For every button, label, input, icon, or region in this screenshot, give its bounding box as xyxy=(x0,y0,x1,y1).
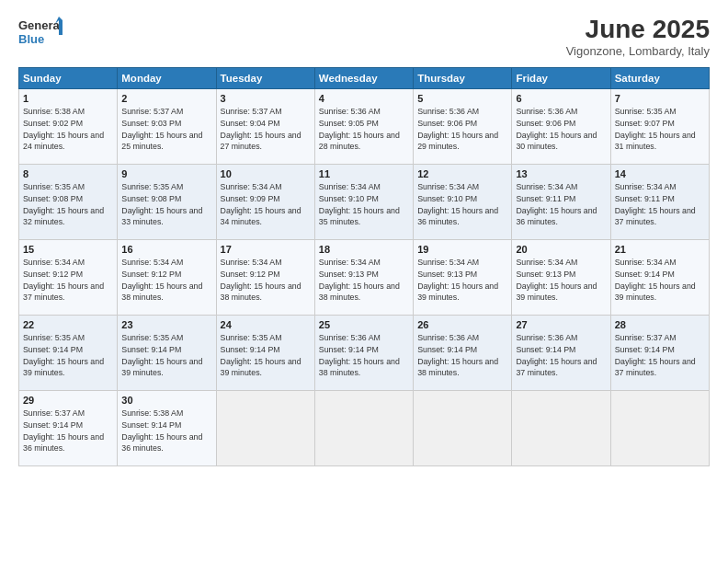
table-row xyxy=(512,391,610,466)
col-wednesday: Wednesday xyxy=(314,68,413,89)
calendar-week-row: 29 Sunrise: 5:37 AMSunset: 9:14 PMDaylig… xyxy=(19,391,710,466)
day-number: 26 xyxy=(417,319,507,330)
day-detail: Sunrise: 5:34 AMSunset: 9:10 PMDaylight:… xyxy=(319,182,400,226)
day-number: 11 xyxy=(319,168,409,179)
day-number: 16 xyxy=(121,244,211,255)
day-number: 23 xyxy=(121,319,211,330)
day-detail: Sunrise: 5:36 AMSunset: 9:06 PMDaylight:… xyxy=(516,107,597,151)
day-detail: Sunrise: 5:36 AMSunset: 9:14 PMDaylight:… xyxy=(516,333,597,377)
day-detail: Sunrise: 5:35 AMSunset: 9:08 PMDaylight:… xyxy=(23,182,104,226)
day-detail: Sunrise: 5:34 AMSunset: 9:14 PMDaylight:… xyxy=(615,258,696,302)
day-number: 5 xyxy=(417,93,507,104)
calendar-week-row: 1 Sunrise: 5:38 AMSunset: 9:02 PMDayligh… xyxy=(19,89,710,165)
table-row: 19 Sunrise: 5:34 AMSunset: 9:13 PMDaylig… xyxy=(414,240,512,316)
day-number: 28 xyxy=(615,319,705,330)
page-header: General Blue June 2025 Vigonzone, Lombar… xyxy=(18,15,710,58)
day-number: 14 xyxy=(615,168,705,179)
day-detail: Sunrise: 5:34 AMSunset: 9:12 PMDaylight:… xyxy=(23,258,104,302)
day-detail: Sunrise: 5:34 AMSunset: 9:13 PMDaylight:… xyxy=(417,258,498,302)
day-number: 1 xyxy=(23,93,113,104)
table-row xyxy=(610,391,709,466)
table-row: 25 Sunrise: 5:36 AMSunset: 9:14 PMDaylig… xyxy=(314,316,413,391)
day-detail: Sunrise: 5:37 AMSunset: 9:14 PMDaylight:… xyxy=(23,408,104,453)
day-number: 13 xyxy=(516,168,606,179)
table-row: 5 Sunrise: 5:36 AMSunset: 9:06 PMDayligh… xyxy=(414,89,512,165)
day-number: 29 xyxy=(23,395,113,406)
table-row: 27 Sunrise: 5:36 AMSunset: 9:14 PMDaylig… xyxy=(512,316,610,391)
day-detail: Sunrise: 5:34 AMSunset: 9:12 PMDaylight:… xyxy=(121,258,202,302)
table-row: 17 Sunrise: 5:34 AMSunset: 9:12 PMDaylig… xyxy=(216,240,314,316)
table-row: 18 Sunrise: 5:34 AMSunset: 9:13 PMDaylig… xyxy=(314,240,413,316)
table-row: 30 Sunrise: 5:38 AMSunset: 9:14 PMDaylig… xyxy=(118,391,216,466)
col-thursday: Thursday xyxy=(414,68,512,89)
day-detail: Sunrise: 5:38 AMSunset: 9:02 PMDaylight:… xyxy=(23,107,104,151)
day-number: 22 xyxy=(23,319,113,330)
day-detail: Sunrise: 5:34 AMSunset: 9:10 PMDaylight:… xyxy=(417,182,498,226)
title-block: June 2025 Vigonzone, Lombardy, Italy xyxy=(566,15,710,58)
table-row: 15 Sunrise: 5:34 AMSunset: 9:12 PMDaylig… xyxy=(19,240,118,316)
table-row: 9 Sunrise: 5:35 AMSunset: 9:08 PMDayligh… xyxy=(118,165,216,240)
calendar-table: Sunday Monday Tuesday Wednesday Thursday… xyxy=(18,67,710,466)
table-row: 10 Sunrise: 5:34 AMSunset: 9:09 PMDaylig… xyxy=(216,165,314,240)
day-detail: Sunrise: 5:38 AMSunset: 9:14 PMDaylight:… xyxy=(121,408,202,453)
col-tuesday: Tuesday xyxy=(216,68,314,89)
table-row: 16 Sunrise: 5:34 AMSunset: 9:12 PMDaylig… xyxy=(118,240,216,316)
table-row: 12 Sunrise: 5:34 AMSunset: 9:10 PMDaylig… xyxy=(414,165,512,240)
day-detail: Sunrise: 5:35 AMSunset: 9:07 PMDaylight:… xyxy=(615,107,696,151)
table-row: 14 Sunrise: 5:34 AMSunset: 9:11 PMDaylig… xyxy=(610,165,709,240)
day-number: 15 xyxy=(23,244,113,255)
col-friday: Friday xyxy=(512,68,610,89)
day-number: 9 xyxy=(121,168,211,179)
table-row xyxy=(314,391,413,466)
table-row: 11 Sunrise: 5:34 AMSunset: 9:10 PMDaylig… xyxy=(314,165,413,240)
table-row: 4 Sunrise: 5:36 AMSunset: 9:05 PMDayligh… xyxy=(314,89,413,165)
day-detail: Sunrise: 5:35 AMSunset: 9:14 PMDaylight:… xyxy=(121,333,202,377)
day-number: 6 xyxy=(516,93,606,104)
day-detail: Sunrise: 5:36 AMSunset: 9:14 PMDaylight:… xyxy=(417,333,498,377)
calendar-week-row: 15 Sunrise: 5:34 AMSunset: 9:12 PMDaylig… xyxy=(19,240,710,316)
day-number: 20 xyxy=(516,244,606,255)
day-detail: Sunrise: 5:36 AMSunset: 9:06 PMDaylight:… xyxy=(417,107,498,151)
day-detail: Sunrise: 5:36 AMSunset: 9:14 PMDaylight:… xyxy=(319,333,400,377)
day-number: 17 xyxy=(221,244,311,255)
day-number: 7 xyxy=(615,93,705,104)
svg-text:General: General xyxy=(18,18,63,32)
table-row xyxy=(216,391,314,466)
location-subtitle: Vigonzone, Lombardy, Italy xyxy=(566,44,710,58)
day-detail: Sunrise: 5:34 AMSunset: 9:11 PMDaylight:… xyxy=(516,182,597,226)
table-row: 2 Sunrise: 5:37 AMSunset: 9:03 PMDayligh… xyxy=(118,89,216,165)
logo: General Blue xyxy=(18,15,66,50)
day-detail: Sunrise: 5:37 AMSunset: 9:14 PMDaylight:… xyxy=(615,333,696,377)
day-number: 30 xyxy=(121,395,211,406)
day-number: 18 xyxy=(319,244,409,255)
table-row: 28 Sunrise: 5:37 AMSunset: 9:14 PMDaylig… xyxy=(610,316,709,391)
calendar-week-row: 22 Sunrise: 5:35 AMSunset: 9:14 PMDaylig… xyxy=(19,316,710,391)
calendar-header-row: Sunday Monday Tuesday Wednesday Thursday… xyxy=(19,68,710,89)
table-row: 23 Sunrise: 5:35 AMSunset: 9:14 PMDaylig… xyxy=(118,316,216,391)
day-detail: Sunrise: 5:34 AMSunset: 9:13 PMDaylight:… xyxy=(516,258,597,302)
day-number: 8 xyxy=(23,168,113,179)
table-row: 20 Sunrise: 5:34 AMSunset: 9:13 PMDaylig… xyxy=(512,240,610,316)
col-saturday: Saturday xyxy=(610,68,709,89)
table-row: 22 Sunrise: 5:35 AMSunset: 9:14 PMDaylig… xyxy=(19,316,118,391)
table-row xyxy=(414,391,512,466)
month-title: June 2025 xyxy=(566,15,710,44)
logo-svg: General Blue xyxy=(18,15,66,50)
table-row: 7 Sunrise: 5:35 AMSunset: 9:07 PMDayligh… xyxy=(610,89,709,165)
calendar-week-row: 8 Sunrise: 5:35 AMSunset: 9:08 PMDayligh… xyxy=(19,165,710,240)
day-detail: Sunrise: 5:34 AMSunset: 9:11 PMDaylight:… xyxy=(615,182,696,226)
day-number: 10 xyxy=(221,168,311,179)
day-detail: Sunrise: 5:34 AMSunset: 9:09 PMDaylight:… xyxy=(221,182,301,226)
day-detail: Sunrise: 5:37 AMSunset: 9:03 PMDaylight:… xyxy=(121,107,202,151)
table-row: 26 Sunrise: 5:36 AMSunset: 9:14 PMDaylig… xyxy=(414,316,512,391)
day-number: 19 xyxy=(417,244,507,255)
day-detail: Sunrise: 5:35 AMSunset: 9:08 PMDaylight:… xyxy=(121,182,202,226)
table-row: 24 Sunrise: 5:35 AMSunset: 9:14 PMDaylig… xyxy=(216,316,314,391)
day-number: 25 xyxy=(319,319,409,330)
day-detail: Sunrise: 5:35 AMSunset: 9:14 PMDaylight:… xyxy=(221,333,301,377)
day-number: 2 xyxy=(121,93,211,104)
day-number: 3 xyxy=(221,93,311,104)
col-sunday: Sunday xyxy=(19,68,118,89)
table-row: 13 Sunrise: 5:34 AMSunset: 9:11 PMDaylig… xyxy=(512,165,610,240)
table-row: 1 Sunrise: 5:38 AMSunset: 9:02 PMDayligh… xyxy=(19,89,118,165)
